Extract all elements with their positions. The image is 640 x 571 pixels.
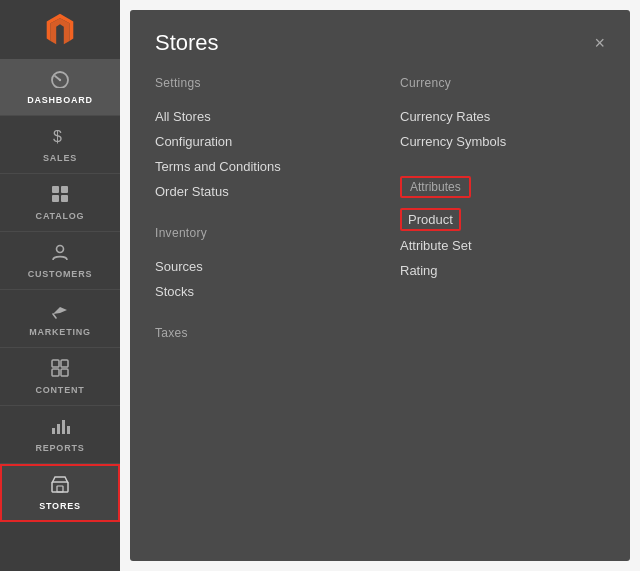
inventory-section-title: Inventory bbox=[155, 226, 360, 240]
main-area: Stores × Settings All Stores Configurati… bbox=[120, 0, 640, 571]
sidebar-item-sales[interactable]: $ SALES bbox=[0, 116, 120, 174]
stocks-link[interactable]: Stocks bbox=[155, 279, 360, 304]
panel-title: Stores bbox=[155, 30, 219, 56]
content-label: CONTENT bbox=[35, 385, 84, 395]
product-attribute-link[interactable]: Product bbox=[400, 208, 461, 231]
svg-text:$: $ bbox=[53, 128, 62, 145]
catalog-label: CATALOG bbox=[36, 211, 85, 221]
svg-point-7 bbox=[57, 246, 64, 253]
svg-rect-15 bbox=[67, 426, 70, 434]
all-stores-link[interactable]: All Stores bbox=[155, 104, 360, 129]
stores-label: STORES bbox=[39, 501, 81, 511]
reports-label: REPORTS bbox=[35, 443, 84, 453]
content-icon bbox=[50, 358, 70, 381]
svg-rect-10 bbox=[52, 369, 59, 376]
panel-columns: Settings All Stores Configuration Terms … bbox=[155, 76, 605, 354]
taxes-section-title: Taxes bbox=[155, 326, 360, 340]
sources-link[interactable]: Sources bbox=[155, 254, 360, 279]
marketing-label: MARKETING bbox=[29, 327, 91, 337]
svg-rect-16 bbox=[52, 482, 68, 492]
sidebar-item-catalog[interactable]: CATALOG bbox=[0, 174, 120, 232]
attribute-set-link[interactable]: Attribute Set bbox=[400, 233, 605, 258]
attributes-section-title[interactable]: Attributes bbox=[400, 176, 471, 198]
currency-symbols-link[interactable]: Currency Symbols bbox=[400, 129, 605, 154]
currency-rates-link[interactable]: Currency Rates bbox=[400, 104, 605, 129]
marketing-icon bbox=[50, 300, 70, 323]
panel-header: Stores × bbox=[155, 30, 605, 56]
svg-rect-9 bbox=[61, 360, 68, 367]
dashboard-icon bbox=[50, 70, 70, 91]
sidebar-item-reports[interactable]: REPORTS bbox=[0, 406, 120, 464]
svg-rect-8 bbox=[52, 360, 59, 367]
configuration-link[interactable]: Configuration bbox=[155, 129, 360, 154]
svg-rect-4 bbox=[61, 186, 68, 193]
close-button[interactable]: × bbox=[594, 34, 605, 52]
magento-logo-icon bbox=[41, 11, 79, 49]
sales-icon: $ bbox=[51, 126, 69, 149]
sidebar-logo bbox=[0, 0, 120, 60]
svg-rect-11 bbox=[61, 369, 68, 376]
svg-rect-6 bbox=[61, 195, 68, 202]
dashboard-label: DASHBOARD bbox=[27, 95, 93, 105]
catalog-icon bbox=[50, 184, 70, 207]
svg-rect-14 bbox=[62, 420, 65, 434]
svg-rect-17 bbox=[57, 486, 63, 492]
customers-icon bbox=[50, 242, 70, 265]
customers-label: CUSTOMERS bbox=[28, 269, 93, 279]
sidebar-item-stores[interactable]: STORES bbox=[0, 464, 120, 522]
terms-conditions-link[interactable]: Terms and Conditions bbox=[155, 154, 360, 179]
svg-rect-13 bbox=[57, 424, 60, 434]
sidebar-item-content[interactable]: CONTENT bbox=[0, 348, 120, 406]
sidebar: DASHBOARD $ SALES CATALOG CUSTOMERS bbox=[0, 0, 120, 571]
reports-icon bbox=[50, 416, 70, 439]
sidebar-item-dashboard[interactable]: DASHBOARD bbox=[0, 60, 120, 116]
left-column: Settings All Stores Configuration Terms … bbox=[155, 76, 360, 354]
stores-icon bbox=[50, 474, 70, 497]
sales-label: SALES bbox=[43, 153, 77, 163]
sidebar-item-marketing[interactable]: MARKETING bbox=[0, 290, 120, 348]
stores-panel: Stores × Settings All Stores Configurati… bbox=[130, 10, 630, 561]
svg-rect-12 bbox=[52, 428, 55, 434]
sidebar-item-customers[interactable]: CUSTOMERS bbox=[0, 232, 120, 290]
rating-link[interactable]: Rating bbox=[400, 258, 605, 283]
settings-section-title: Settings bbox=[155, 76, 360, 90]
svg-rect-5 bbox=[52, 195, 59, 202]
currency-section-title: Currency bbox=[400, 76, 605, 90]
svg-point-1 bbox=[59, 79, 61, 81]
order-status-link[interactable]: Order Status bbox=[155, 179, 360, 204]
svg-rect-3 bbox=[52, 186, 59, 193]
right-column: Currency Currency Rates Currency Symbols… bbox=[400, 76, 605, 354]
